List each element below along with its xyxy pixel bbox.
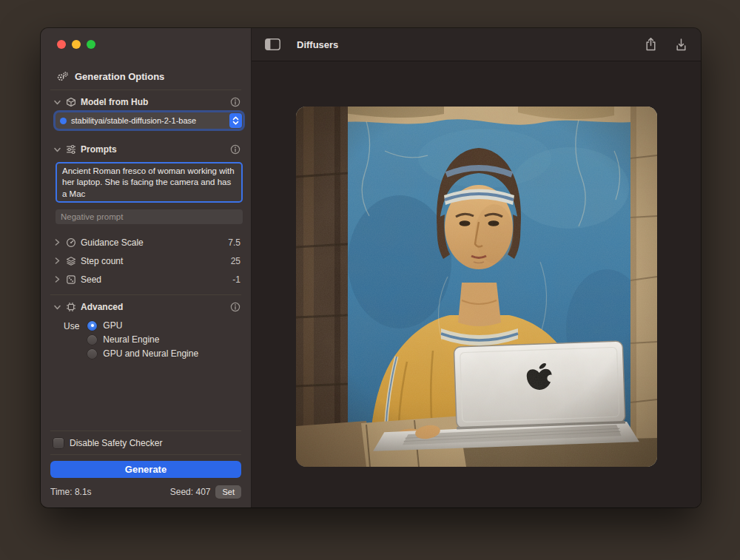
radio-gpu[interactable]: GPU bbox=[87, 320, 198, 331]
sidebar-toggle-icon[interactable] bbox=[265, 38, 280, 50]
step-count-value: 25 bbox=[231, 256, 240, 266]
titlebar: Diffusers bbox=[252, 28, 701, 61]
info-icon[interactable] bbox=[230, 97, 240, 107]
chevron-right-icon bbox=[53, 238, 61, 246]
sidebar: Generation Options Model from Hub stabil… bbox=[41, 28, 252, 507]
separator bbox=[50, 431, 241, 431]
share-icon[interactable] bbox=[645, 37, 657, 52]
stepper-chevrons-icon bbox=[229, 113, 242, 128]
separator bbox=[50, 90, 241, 90]
separator bbox=[50, 454, 241, 455]
chevron-down-icon bbox=[53, 98, 61, 107]
disable-safety-checker-row[interactable]: Disable Safety Checker bbox=[53, 438, 240, 448]
checkbox-icon[interactable] bbox=[53, 438, 64, 448]
prompts-section-label: Prompts bbox=[81, 144, 117, 155]
separator bbox=[50, 294, 241, 295]
window-title: Diffusers bbox=[297, 39, 338, 50]
chevron-down-icon bbox=[53, 303, 61, 311]
chip-icon bbox=[66, 302, 76, 312]
model-dot-icon bbox=[60, 118, 67, 124]
cube-icon bbox=[66, 97, 76, 107]
sliders-icon bbox=[66, 144, 76, 155]
diffusers-window: Generation Options Model from Hub stabil… bbox=[41, 28, 701, 507]
disable-safety-checker-label: Disable Safety Checker bbox=[70, 438, 162, 448]
advanced-section-label: Advanced bbox=[81, 302, 123, 312]
radio-gpu-and-neural-engine-label: GPU and Neural Engine bbox=[103, 348, 198, 359]
main-area: Diffusers bbox=[252, 28, 701, 507]
fresco-illustration bbox=[296, 107, 657, 467]
zoom-button[interactable] bbox=[87, 40, 95, 49]
minimize-button[interactable] bbox=[72, 40, 81, 49]
guidance-scale-value: 7.5 bbox=[228, 237, 240, 248]
guidance-scale-label: Guidance Scale bbox=[81, 237, 144, 248]
model-select[interactable]: stabilityai/stable-diffusion-2-1-base bbox=[56, 112, 243, 129]
image-canvas bbox=[252, 61, 701, 507]
step-count-row[interactable]: Step count 25 bbox=[53, 252, 240, 270]
model-select-value: stabilityai/stable-diffusion-2-1-base bbox=[71, 116, 225, 125]
seed-status: Seed: 407 bbox=[170, 487, 211, 497]
download-icon[interactable] bbox=[675, 37, 687, 52]
info-icon[interactable] bbox=[230, 302, 240, 312]
model-section-row[interactable]: Model from Hub bbox=[53, 95, 240, 109]
radio-neural-engine[interactable]: Neural Engine bbox=[87, 334, 198, 345]
guidance-scale-row[interactable]: Guidance Scale 7.5 bbox=[53, 233, 240, 252]
die-icon bbox=[66, 274, 76, 285]
seed-row[interactable]: Seed -1 bbox=[53, 270, 240, 289]
generation-options-header: Generation Options bbox=[56, 71, 240, 82]
gears-icon bbox=[56, 71, 69, 82]
radio-unselected-icon bbox=[87, 335, 97, 345]
chevron-down-icon bbox=[53, 146, 61, 154]
close-button[interactable] bbox=[57, 40, 66, 49]
prompts-section-row[interactable]: Prompts bbox=[53, 143, 240, 156]
model-section-label: Model from Hub bbox=[81, 97, 148, 107]
status-bar: Time: 8.1s Seed: 407 Set bbox=[50, 485, 241, 499]
radio-neural-engine-label: Neural Engine bbox=[103, 334, 159, 345]
layers-icon bbox=[66, 256, 76, 266]
seed-value: -1 bbox=[232, 274, 240, 285]
negative-prompt-input[interactable] bbox=[56, 209, 243, 224]
info-icon[interactable] bbox=[230, 144, 240, 155]
chevron-right-icon bbox=[53, 275, 61, 283]
radio-gpu-and-neural-engine[interactable]: GPU and Neural Engine bbox=[87, 348, 198, 359]
use-label: Use bbox=[64, 320, 79, 359]
window-controls bbox=[41, 28, 251, 49]
time-status: Time: 8.1s bbox=[50, 487, 92, 497]
prompt-input[interactable]: Ancient Roman fresco of woman working wi… bbox=[56, 162, 243, 203]
radio-unselected-icon bbox=[87, 349, 97, 359]
generate-button[interactable]: Generate bbox=[50, 461, 241, 478]
chevron-right-icon bbox=[53, 257, 61, 265]
compute-unit-group: Use GPU Neural Engine GPU and Neural Eng… bbox=[64, 320, 240, 359]
step-count-label: Step count bbox=[81, 256, 123, 266]
generation-options-title: Generation Options bbox=[75, 71, 164, 82]
advanced-section-row[interactable]: Advanced bbox=[53, 300, 240, 314]
set-seed-button[interactable]: Set bbox=[215, 485, 241, 499]
radio-gpu-label: GPU bbox=[103, 320, 122, 331]
generated-image bbox=[296, 107, 657, 467]
seed-label: Seed bbox=[81, 274, 101, 285]
radio-selected-icon bbox=[87, 321, 97, 331]
gauge-icon bbox=[66, 237, 76, 248]
